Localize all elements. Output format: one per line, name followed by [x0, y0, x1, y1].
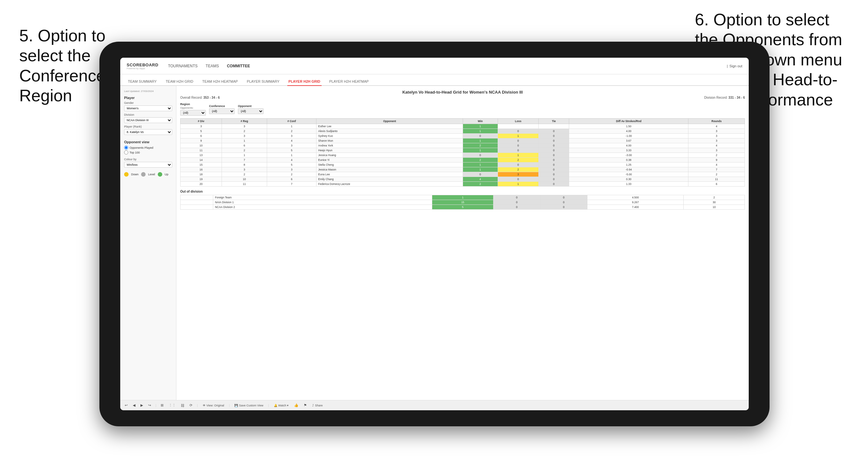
col-rounds: Rounds: [688, 119, 745, 124]
colour-legend: Down Level Up: [124, 172, 172, 177]
table-row: 1474Eunice Yi2200.389: [181, 158, 745, 162]
flag-btn[interactable]: ⚑: [302, 403, 308, 408]
dot-level: [141, 172, 146, 177]
ood-row: Foreign Team1004.5002: [181, 195, 745, 200]
tab-team-h2h-grid[interactable]: TEAM H2H GRID: [164, 77, 195, 86]
logo: SCOREBOARD Powered by clippd: [127, 62, 158, 69]
tablet-device: SCOREBOARD Powered by clippd TOURNAMENTS…: [99, 42, 770, 426]
col-win: Win: [463, 119, 498, 124]
table-row: 331Esther Lee11.504: [181, 124, 745, 129]
save-custom-btn[interactable]: 💾 Save Custom View: [233, 403, 265, 408]
nav-committee[interactable]: COMMITTEE: [227, 63, 250, 69]
player-rank-label: Player (Rank): [124, 125, 172, 128]
out-of-division-title: Out of division: [180, 190, 745, 193]
redo-btn[interactable]: ↪: [147, 403, 152, 408]
tab-player-summary[interactable]: PLAYER SUMMARY: [246, 77, 281, 86]
col-div: # Div: [181, 119, 222, 124]
main-content: Last Updated: 27/03/2024 Player Gender W…: [120, 86, 749, 400]
top-nav: SCOREBOARD Powered by clippd TOURNAMENTS…: [120, 58, 749, 74]
sidebar: Last Updated: 27/03/2024 Player Gender W…: [120, 86, 176, 400]
gender-label: Gender: [124, 101, 172, 104]
sub-nav: TEAM SUMMARY TEAM H2H GRID TEAM H2H HEAT…: [120, 74, 749, 86]
col-diff: Diff Av Strokes/Rnd: [569, 119, 688, 124]
out-of-division-table: Foreign Team1004.5002NAIA Division 11500…: [180, 195, 745, 210]
tab-team-h2h-heatmap[interactable]: TEAM H2H HEATMAP: [201, 77, 239, 86]
grid-btn[interactable]: ⊞: [159, 403, 165, 408]
undo-btn[interactable]: ↩: [123, 403, 129, 408]
colour-by-select[interactable]: Win/loss: [124, 162, 172, 168]
col-conf: # Conf: [267, 119, 316, 124]
save-icon: 💾: [235, 404, 238, 407]
thumbs-btn[interactable]: 👍: [293, 403, 300, 408]
nav-teams[interactable]: TEAMS: [206, 63, 219, 69]
dot-up: [158, 172, 162, 177]
table-row: 1822Euna Lee030-5.002: [181, 172, 745, 177]
tablet-screen: SCOREBOARD Powered by clippd TOURNAMENTS…: [120, 58, 749, 410]
opponent-view-label: Opponent view: [124, 140, 172, 144]
last-updated: Last Updated: 27/03/2024: [124, 90, 172, 93]
gender-select[interactable]: Women's: [124, 105, 172, 111]
colour-by-label: Colour by: [124, 158, 172, 161]
filter-region: Region Opponents: (All): [180, 102, 206, 116]
tab-team-summary[interactable]: TEAM SUMMARY: [127, 77, 158, 86]
filter-conference: Conference (All): [209, 104, 235, 114]
share-icon: ⤴: [312, 404, 314, 407]
division-record: Division Record: 331 - 34 - 6: [704, 96, 745, 99]
col-tie: Tie: [539, 119, 569, 124]
division-label: Division: [124, 113, 172, 116]
dot-up-label: Up: [165, 173, 169, 176]
records-row: Overall Record: 353 - 34 - 6 Division Re…: [180, 96, 745, 99]
table-row: 19106Emily Chang4000.3011: [181, 177, 745, 182]
share-btn[interactable]: ⤴ Share: [311, 403, 324, 408]
tab-player-h2h-grid[interactable]: PLAYER H2H GRID: [287, 77, 321, 86]
columns-btn[interactable]: ⋮⋮: [167, 403, 177, 408]
link-btn[interactable]: ⛓: [180, 403, 186, 408]
table-row: 914Sharon Mun1003.673: [181, 138, 745, 143]
nav-right: | Sign out: [727, 64, 742, 68]
watch-btn[interactable]: 🔔 Watch ▾: [272, 403, 290, 408]
eye-icon: 👁: [203, 404, 206, 407]
player-section-title: Player: [124, 96, 172, 100]
filter-opponent: Opponent (All): [238, 104, 264, 114]
radio-group: Opponents Played Top 100: [124, 146, 172, 155]
radio-top100[interactable]: Top 100: [124, 150, 172, 155]
watch-icon: 🔔: [274, 404, 277, 407]
ood-row: NAIA Division 115009.26730: [181, 200, 745, 205]
filter-row: Region Opponents: (All) Conference (All): [180, 102, 745, 116]
table-row: 633Sydney Kuo010-1.003: [181, 134, 745, 138]
step-back-btn[interactable]: ◀: [131, 403, 136, 408]
division-select[interactable]: NCAA Division III: [124, 117, 172, 123]
view-original-btn[interactable]: 👁 View: Original: [201, 403, 226, 408]
table-row: 522Alexis Sudjianto1004.003: [181, 129, 745, 134]
sign-out-link[interactable]: Sign out: [730, 64, 742, 68]
page-title: Katelyn Vo Head-to-Head Grid for Women's…: [180, 90, 745, 95]
overall-record: Overall Record: 353 - 34 - 6: [180, 96, 220, 99]
table-row: 1311Jessica Huang010-3.002: [181, 153, 745, 158]
col-reg: # Reg: [222, 119, 267, 124]
ood-row: NCAA Division 25007.40010: [181, 205, 745, 210]
region-select[interactable]: (All): [180, 110, 206, 116]
nav-separator: |: [727, 64, 728, 68]
table-row: 1125Heejo Hyun1003.333: [181, 148, 745, 153]
col-loss: Loss: [498, 119, 538, 124]
data-table: # Div # Reg # Conf Opponent Win Loss Tie…: [180, 118, 745, 187]
dot-down: [124, 172, 129, 177]
radio-opponents-played[interactable]: Opponents Played: [124, 146, 172, 150]
table-row: 1585Stella Cheng1001.254: [181, 162, 745, 167]
bottom-toolbar: ↩ ◀ ▶ ↪ | ⊞ ⋮⋮ ⛓ ⟳ | 👁 View: Original | …: [120, 400, 749, 410]
col-opponent: Opponent: [316, 119, 463, 124]
dot-down-label: Down: [131, 173, 138, 176]
table-row: 1633Jessica Mason120-0.947: [181, 167, 745, 172]
opponent-select[interactable]: (All): [238, 108, 264, 114]
nav-items: TOURNAMENTS TEAMS COMMITTEE: [168, 63, 717, 69]
nav-tournaments[interactable]: TOURNAMENTS: [168, 63, 197, 69]
step-forward-btn[interactable]: ▶: [139, 403, 144, 408]
reset-btn[interactable]: ⟳: [188, 403, 194, 408]
dot-level-label: Level: [148, 173, 155, 176]
player-rank-select[interactable]: 8. Katelyn Vo: [124, 129, 172, 135]
table-row: 20117Federica Domecq Lacroze2101.336: [181, 182, 745, 187]
tab-player-h2h-heatmap[interactable]: PLAYER H2H HEATMAP: [328, 77, 370, 86]
content-area: Katelyn Vo Head-to-Head Grid for Women's…: [176, 86, 749, 400]
conference-select[interactable]: (All): [209, 108, 235, 114]
table-row: 1063Andrea York2004.004: [181, 143, 745, 148]
